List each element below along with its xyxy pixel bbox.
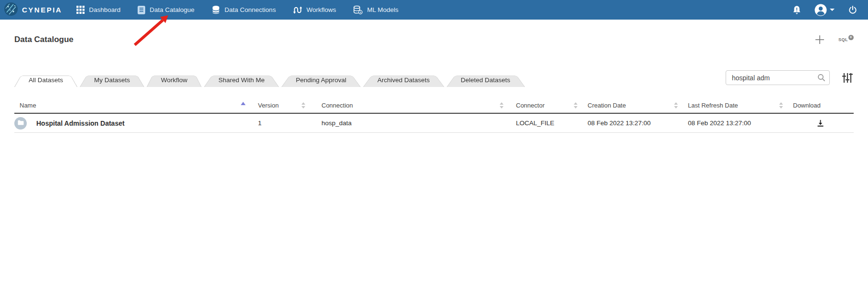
title-actions: SQL+ <box>814 34 854 45</box>
tab-all-datasets[interactable]: All Datasets <box>14 73 77 87</box>
tab-deleted-datasets[interactable]: Deleted Datasets <box>447 73 525 87</box>
sql-editor-button[interactable]: SQL+ <box>838 37 854 42</box>
column-label: Last Refresh Date <box>688 102 738 109</box>
folder-icon <box>18 119 24 127</box>
add-dataset-button[interactable] <box>814 34 825 45</box>
nav-item-ml-models[interactable]: A ML Models <box>353 5 398 14</box>
nav-item-label: Data Connections <box>225 6 276 13</box>
column-label: Download <box>793 102 821 109</box>
tab-label: My Datasets <box>94 76 130 84</box>
nav-item-dashboard[interactable]: Dashboard <box>76 6 120 14</box>
datasets-table: Name Version Connection Connector Creati… <box>14 97 854 133</box>
catalogue-document-icon <box>138 6 145 14</box>
page-title: Data Catalogue <box>14 35 74 44</box>
tab-label: Deleted Datasets <box>461 76 511 84</box>
content-area: Data Catalogue SQL+ All Datasets My Data… <box>0 34 868 133</box>
tab-pending-approval[interactable]: Pending Approval <box>281 73 361 87</box>
sort-icon[interactable] <box>301 102 305 108</box>
dataset-tabs: All Datasets My Datasets Workflow Shared… <box>14 73 527 87</box>
sql-plus-badge-icon: + <box>848 35 854 40</box>
dataset-avatar <box>14 117 27 130</box>
column-header-connection[interactable]: Connection <box>308 102 506 109</box>
dataset-connector: LOCAL_FILE <box>506 119 580 127</box>
tab-label: Shared With Me <box>218 76 265 84</box>
sort-icon[interactable] <box>779 102 783 108</box>
dashboard-grid-icon <box>76 6 85 14</box>
user-avatar-icon[interactable] <box>814 4 835 16</box>
search-input[interactable] <box>726 70 830 85</box>
top-navbar: CYNEPIA Dashboard Data C <box>0 0 868 20</box>
dataset-name-link[interactable]: Hospital Admission Dataset <box>36 119 125 127</box>
main-nav: Dashboard Data Catalogue <box>76 5 398 14</box>
tab-my-datasets[interactable]: My Datasets <box>80 73 144 87</box>
nav-item-data-connections[interactable]: Data Connections <box>212 5 276 14</box>
dataset-version: 1 <box>248 119 308 127</box>
column-header-creation-date[interactable]: Creation Date <box>580 102 681 109</box>
column-label: Creation Date <box>588 102 626 109</box>
tab-archived-datasets[interactable]: Archived Datasets <box>363 73 444 87</box>
nav-item-label: ML Models <box>367 6 398 13</box>
column-label: Name <box>20 102 36 109</box>
dataset-creation-date: 08 Feb 2022 13:27:00 <box>580 119 681 127</box>
tab-workflow[interactable]: Workflow <box>147 73 202 87</box>
svg-text:A: A <box>360 11 362 14</box>
sort-icon[interactable] <box>674 102 678 108</box>
table-row[interactable]: Hospital Admission Dataset 1 hosp_data L… <box>14 114 854 133</box>
sql-label: SQL <box>838 37 848 42</box>
column-label: Version <box>258 102 279 109</box>
sort-ascending-icon[interactable] <box>241 102 246 105</box>
nav-item-label: Dashboard <box>89 6 120 13</box>
dataset-last-refresh-date: 08 Feb 2022 13:27:00 <box>681 119 786 127</box>
brand-name: CYNEPIA <box>22 6 62 14</box>
notifications-bell-icon[interactable] <box>793 5 801 15</box>
sort-icon[interactable] <box>574 102 578 108</box>
column-label: Connector <box>516 102 545 109</box>
tab-label: Archived Datasets <box>377 76 430 84</box>
dataset-connection: hosp_data <box>308 119 506 127</box>
ml-database-icon: A <box>353 5 363 14</box>
cynepia-logo-icon <box>4 2 18 18</box>
tab-shared-with-me[interactable]: Shared With Me <box>204 73 279 87</box>
chevron-down-icon <box>830 9 835 11</box>
sliders-filter-icon[interactable] <box>841 72 854 84</box>
nav-item-label: Data Catalogue <box>150 6 194 13</box>
tab-label: Workflow <box>161 76 187 84</box>
nav-item-data-catalogue[interactable]: Data Catalogue <box>138 6 194 14</box>
tab-label: Pending Approval <box>296 76 346 84</box>
power-icon[interactable] <box>848 5 857 15</box>
column-label: Connection <box>321 102 353 109</box>
column-header-version[interactable]: Version <box>248 102 308 109</box>
brand[interactable]: CYNEPIA <box>4 2 62 18</box>
database-icon <box>212 5 220 14</box>
column-header-name[interactable]: Name <box>14 102 248 109</box>
search-magnifier-icon <box>817 74 825 84</box>
workflow-arrows-icon <box>293 6 302 14</box>
column-header-connector[interactable]: Connector <box>506 102 580 109</box>
tab-label: All Datasets <box>29 76 63 84</box>
sort-icon[interactable] <box>500 102 504 108</box>
nav-item-workflows[interactable]: Workflows <box>293 6 336 14</box>
table-header-row: Name Version Connection Connector Creati… <box>14 97 854 114</box>
column-header-download: Download <box>786 102 854 109</box>
download-icon[interactable] <box>817 119 824 127</box>
nav-item-label: Workflows <box>306 6 336 13</box>
navbar-right <box>793 4 860 16</box>
column-header-last-refresh-date[interactable]: Last Refresh Date <box>681 102 786 109</box>
